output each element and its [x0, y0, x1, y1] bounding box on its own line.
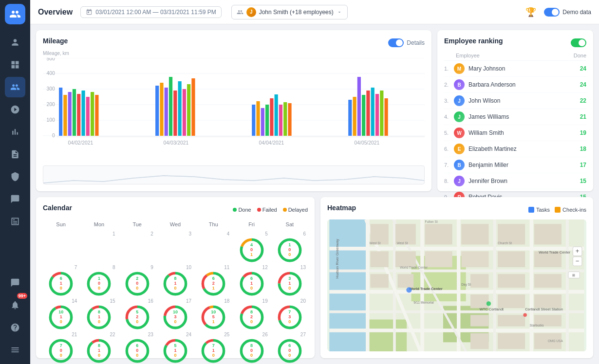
- ranking-row: 2. B Barbara Anderson 24: [444, 77, 586, 93]
- rank-number: 3.: [444, 98, 454, 104]
- donut-center: 8 1 0: [98, 310, 100, 325]
- svg-rect-144: [566, 219, 569, 351]
- svg-text:04/05/2021: 04/05/2021: [355, 140, 380, 146]
- rank-avatar: W: [454, 127, 465, 138]
- donut-delayed: 0: [250, 320, 253, 325]
- rank-done: 24: [580, 81, 586, 88]
- tasks-checkbox[interactable]: [528, 207, 534, 213]
- donut-chart: 7 3 0: [277, 305, 302, 330]
- rank-done: 18: [580, 146, 586, 152]
- rank-done: 21: [580, 113, 586, 120]
- calendar-cell[interactable]: 6 1 0 0: [272, 231, 308, 263]
- employee-text: John Smith (+18 employees): [259, 9, 334, 16]
- ranking-row: 8. J Jennifer Brown 15: [444, 173, 586, 189]
- donut-delayed: 0: [212, 353, 215, 358]
- rank-avatar: B: [454, 160, 465, 170]
- details-switch[interactable]: [388, 38, 404, 47]
- svg-rect-27: [183, 89, 186, 136]
- calendar-cell[interactable]: 7 6 1 0: [43, 265, 79, 296]
- map-container[interactable]: Hudson River Greenway West St West St Fu…: [327, 219, 586, 351]
- details-knob: [396, 39, 403, 46]
- calendar-cell[interactable]: 19 8 2 0: [233, 298, 269, 330]
- date-range-picker[interactable]: 03/01/2021 12:00 AM — 03/31/2021 11:59 P…: [80, 6, 222, 18]
- demo-switch[interactable]: [544, 8, 560, 17]
- cal-date: 5: [233, 231, 269, 237]
- sidebar-item-team[interactable]: [5, 77, 25, 97]
- rank-name: Mary Johnson: [468, 65, 580, 72]
- calendar-cell[interactable]: 22 8 1 0: [81, 332, 117, 364]
- calendar-cell: [43, 231, 79, 263]
- calendar-cell[interactable]: 13 3 1 0: [272, 265, 308, 296]
- sidebar-item-memo[interactable]: [5, 189, 25, 209]
- sidebar-item-target[interactable]: [5, 99, 25, 120]
- calendar-cell[interactable]: 8 1 0 0: [81, 265, 117, 296]
- svg-rect-152: [534, 224, 562, 244]
- svg-rect-44: [371, 88, 374, 136]
- sidebar-item-menu[interactable]: [5, 340, 25, 360]
- details-toggle[interactable]: Details: [388, 38, 425, 47]
- calendar-cell[interactable]: 21 7 0 0: [43, 332, 79, 364]
- calendar-cell[interactable]: 10 8 1 0: [157, 265, 193, 296]
- sidebar-item-table[interactable]: [5, 211, 25, 232]
- chart-minimap[interactable]: [43, 165, 425, 184]
- svg-text:−: −: [576, 257, 580, 265]
- calendar-cell[interactable]: 26 8 0 0: [233, 332, 269, 364]
- svg-rect-14: [68, 92, 72, 136]
- ranking-toggle[interactable]: [571, 38, 586, 47]
- svg-point-194: [487, 301, 491, 306]
- sidebar-item-chart[interactable]: [5, 122, 25, 142]
- svg-rect-18: [86, 97, 90, 136]
- donut-center: 4 0 1: [250, 243, 253, 257]
- sidebar-item-dashboard[interactable]: [5, 55, 25, 75]
- sidebar-item-shield[interactable]: [5, 166, 25, 187]
- ranking-row: 6. E Elizabeth Martinez 18: [444, 141, 586, 157]
- calendar-cell[interactable]: 11 6 2 1: [195, 265, 231, 296]
- svg-rect-149: [425, 224, 452, 244]
- rank-number: 4.: [444, 114, 454, 120]
- svg-text:Church St: Church St: [498, 241, 512, 245]
- donut-chart: 7 0 0: [48, 338, 74, 364]
- donut-chart: 7 1 0: [201, 338, 226, 364]
- tasks-check[interactable]: Tasks: [528, 207, 550, 213]
- calendar-cell[interactable]: 15 8 1 0: [81, 298, 117, 330]
- calendar-cell[interactable]: 16 5 2 0: [119, 298, 155, 330]
- sidebar-item-help[interactable]: [5, 317, 25, 338]
- calendar-cell[interactable]: 25 7 1 0: [195, 332, 231, 364]
- sidebar-item-people[interactable]: [5, 32, 25, 53]
- svg-rect-143: [530, 219, 533, 351]
- donut-delayed: 1: [212, 286, 215, 291]
- checkins-check[interactable]: Check-ins: [555, 207, 586, 213]
- calendar-cell[interactable]: 17 10 3 0: [157, 298, 193, 330]
- calendar-day-header: Fri: [233, 219, 269, 229]
- svg-rect-21: [155, 86, 159, 136]
- donut-center: 6 1 0: [60, 276, 62, 291]
- header: Overview 03/01/2021 12:00 AM — 03/31/202…: [30, 0, 599, 24]
- demo-toggle[interactable]: Demo data: [544, 8, 591, 17]
- calendar-cell[interactable]: 9 2 0 0: [119, 265, 155, 296]
- rank-done: 22: [580, 97, 586, 104]
- calendar-cell[interactable]: 14 10 1 0: [43, 298, 79, 330]
- svg-text:0: 0: [52, 133, 55, 138]
- svg-rect-33: [265, 105, 269, 136]
- donut-chart: 8 2 0: [239, 305, 264, 330]
- calendar-cell[interactable]: 27 6 0 0: [272, 332, 308, 364]
- donut-center: 5 2 0: [136, 310, 138, 325]
- calendar-cell[interactable]: 18 10 5 1: [195, 298, 231, 330]
- top-row: Mileage Details Mileage, km: [36, 30, 593, 191]
- calendar-cell[interactable]: 5 4 0 1: [233, 231, 269, 263]
- sidebar-item-chat[interactable]: [5, 273, 25, 293]
- sidebar-item-notifications[interactable]: 99+: [5, 295, 25, 315]
- donut-delayed: 0: [288, 253, 291, 257]
- sidebar-item-document[interactable]: [5, 144, 25, 164]
- svg-rect-161: [470, 274, 488, 288]
- employee-picker[interactable]: J John Smith (+18 employees): [231, 5, 348, 19]
- calendar-day-header: Tue: [119, 219, 155, 229]
- bottom-row: Calendar Done Failed Delayed SunMonTueWe…: [36, 197, 593, 358]
- app-logo[interactable]: [5, 4, 25, 24]
- calendar-cell[interactable]: 12 6 1 0: [233, 265, 269, 296]
- demo-label: Demo data: [562, 9, 591, 16]
- checkins-checkbox[interactable]: [555, 207, 561, 213]
- calendar-cell[interactable]: 23 6 0 0: [119, 332, 155, 364]
- calendar-cell[interactable]: 20 7 3 0: [272, 298, 308, 330]
- calendar-cell[interactable]: 24 5 1 0: [157, 332, 193, 364]
